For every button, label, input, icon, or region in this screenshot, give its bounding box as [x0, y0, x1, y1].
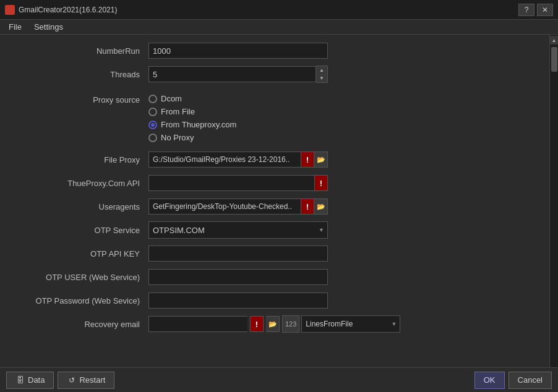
otp-user-input-wrapper [148, 269, 328, 285]
recovery-email-group: ! 📂 123 LinesFromFile Random None [148, 315, 400, 333]
data-icon: 🗄 [15, 375, 25, 385]
otp-user-input[interactable] [148, 269, 328, 285]
useragents-input[interactable] [148, 198, 301, 215]
threads-label: Threads [6, 70, 148, 79]
otp-api-key-row: OTP API KEY [6, 242, 543, 265]
otp-api-key-label: OTP API KEY [6, 249, 148, 258]
bottom-right-buttons: OK Cancel [474, 372, 552, 389]
menu-settings[interactable]: Settings [28, 21, 69, 33]
useragents-exclaim-button[interactable]: ! [301, 198, 314, 215]
scroll-up-button[interactable]: ▲ [550, 36, 559, 45]
recovery-email-exclaim-button[interactable]: ! [250, 316, 264, 332]
radio-dcom[interactable]: Dcom [148, 94, 236, 103]
file-proxy-row: File Proxy ! 📂 [6, 148, 543, 171]
proxy-source-radio-group: Dcom From File From Thueproxy.com No Pro… [148, 89, 236, 147]
proxy-source-label: Proxy source [6, 89, 148, 104]
radio-no-proxy-label: No Proxy [161, 133, 194, 142]
window-title: GmailCreator2021(16.6.2021) [19, 6, 518, 14]
file-proxy-exclaim-button[interactable]: ! [301, 151, 314, 168]
threads-row: Threads ▲ ▼ [6, 63, 543, 85]
number-run-row: NumberRun [6, 40, 543, 62]
radio-from-thueproxy-dot [148, 121, 157, 129]
spinbox-buttons: ▲ ▼ [316, 66, 328, 83]
thueproxy-api-exclaim-button[interactable]: ! [314, 175, 328, 191]
otp-service-select-wrapper: OTPSIM.COM Other [148, 221, 328, 239]
thueproxy-api-input[interactable] [148, 175, 314, 191]
radio-from-file-label: From File [161, 107, 195, 116]
data-label: Data [28, 375, 45, 385]
scrollbar: ▲ [549, 35, 558, 367]
menu-file[interactable]: File [2, 21, 28, 33]
recovery-email-row: Recovery email ! 📂 123 LinesFromFile Ran… [6, 313, 543, 335]
useragents-row: Useragents ! 📂 [6, 195, 543, 218]
otp-user-label: OTP USER (Web Service) [6, 273, 148, 282]
app-icon [5, 5, 15, 15]
title-bar-buttons: ? ✕ [518, 4, 553, 16]
otp-service-select[interactable]: OTPSIM.COM Other [148, 221, 328, 239]
recovery-email-select-wrapper: LinesFromFile Random None [301, 315, 400, 333]
otp-password-input[interactable] [148, 292, 328, 309]
file-proxy-input-group: ! 📂 [148, 151, 328, 168]
recovery-email-select[interactable]: LinesFromFile Random None [301, 315, 400, 333]
menu-bar: File Settings [0, 20, 558, 35]
spinbox-up-button[interactable]: ▲ [316, 66, 327, 74]
bottom-left-buttons: 🗄 Data ↺ Restart [6, 372, 114, 389]
thueproxy-api-label: ThueProxy.Com API [6, 179, 148, 188]
number-run-label: NumberRun [6, 46, 148, 56]
title-bar: GmailCreator2021(16.6.2021) ? ✕ [0, 0, 558, 20]
cancel-label: Cancel [518, 375, 543, 385]
threads-input[interactable] [148, 66, 316, 82]
ok-button[interactable]: OK [474, 372, 505, 389]
radio-no-proxy-dot [148, 134, 157, 142]
number-run-input[interactable] [148, 43, 328, 59]
data-button[interactable]: 🗄 Data [6, 372, 54, 389]
threads-spinbox: ▲ ▼ [148, 66, 328, 83]
radio-from-file-dot [148, 108, 157, 116]
recovery-email-folder-button[interactable]: 📂 [266, 316, 280, 332]
form-area: NumberRun Threads ▲ ▼ Proxy source [0, 35, 549, 367]
scroll-thumb[interactable] [551, 47, 557, 72]
otp-service-label: OTP Service [6, 226, 148, 235]
radio-from-file[interactable]: From File [148, 107, 236, 116]
otp-password-label: OTP Password (Web Sevice) [6, 296, 148, 305]
file-proxy-label: File Proxy [6, 155, 148, 164]
otp-password-row: OTP Password (Web Sevice) [6, 289, 543, 312]
radio-dcom-dot [148, 95, 157, 103]
recovery-email-input[interactable] [148, 316, 247, 332]
radio-from-thueproxy-label: From Thueproxy.com [161, 120, 236, 129]
ok-label: OK [484, 375, 496, 385]
recovery-email-select-prefix: 123 [282, 315, 299, 333]
spinbox-down-button[interactable]: ▼ [316, 74, 327, 82]
restart-label: Restart [79, 375, 105, 385]
radio-no-proxy[interactable]: No Proxy [148, 133, 236, 142]
bottom-bar: 🗄 Data ↺ Restart OK Cancel [0, 367, 558, 392]
useragents-label: Useragents [6, 202, 148, 211]
number-run-input-wrapper [148, 43, 328, 59]
proxy-source-row: Proxy source Dcom From File From Thuepro… [6, 87, 543, 147]
otp-api-key-input[interactable] [148, 245, 328, 262]
otp-api-key-input-wrapper [148, 245, 328, 262]
otp-password-input-wrapper [148, 292, 328, 309]
file-proxy-input[interactable] [148, 151, 301, 168]
close-button[interactable]: ✕ [537, 4, 553, 16]
useragents-folder-button[interactable]: 📂 [314, 198, 328, 215]
useragents-input-group: ! 📂 [148, 198, 328, 215]
restart-button[interactable]: ↺ Restart [58, 372, 114, 389]
thueproxy-api-input-group: ! [148, 175, 328, 191]
radio-from-thueproxy[interactable]: From Thueproxy.com [148, 120, 236, 129]
file-proxy-folder-button[interactable]: 📂 [314, 151, 328, 168]
otp-service-row: OTP Service OTPSIM.COM Other [6, 219, 543, 241]
help-button[interactable]: ? [518, 4, 534, 16]
cancel-button[interactable]: Cancel [509, 372, 552, 389]
thueproxy-api-row: ThueProxy.Com API ! [6, 172, 543, 194]
otp-user-row: OTP USER (Web Service) [6, 266, 543, 288]
radio-dcom-label: Dcom [161, 94, 182, 103]
recovery-email-label: Recovery email [6, 320, 148, 329]
restart-icon: ↺ [67, 375, 77, 385]
